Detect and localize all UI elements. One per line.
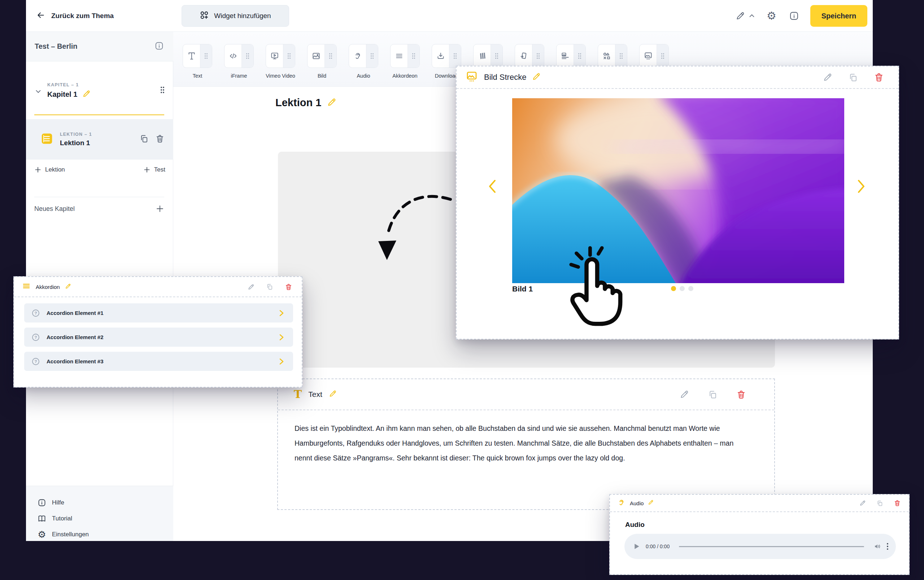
carousel-prev-button[interactable] <box>484 175 501 199</box>
lesson-item[interactable]: LEKTION – 1 Lektion 1 <box>26 119 173 160</box>
flip-card-widget-icon <box>515 44 532 68</box>
drag-handle-icon[interactable] <box>532 44 544 68</box>
audio-panel[interactable]: Audio Audio 0:00 / 0:00 <box>609 494 909 575</box>
widget-button-text[interactable] <box>182 44 212 68</box>
add-widget-button[interactable]: Widget hinzufügen <box>182 5 289 27</box>
duplicate-widget-icon[interactable] <box>876 500 883 507</box>
chapter-drag-handle[interactable] <box>159 86 165 99</box>
drag-handle-icon[interactable] <box>490 44 502 68</box>
widget-button-download[interactable] <box>432 44 461 68</box>
accordion-header: Akkordion <box>14 277 302 297</box>
widget-button-image[interactable] <box>307 44 337 68</box>
carousel-dot-3[interactable] <box>688 286 693 291</box>
tutorial-menu-item[interactable]: Tutorial <box>38 511 173 527</box>
edit-title-pencil-icon[interactable] <box>532 72 541 82</box>
audio-player[interactable]: 0:00 / 0:00 <box>625 534 896 559</box>
back-to-topic-button[interactable]: Zurück zum Thema <box>36 0 114 32</box>
drag-handle-icon[interactable] <box>615 44 627 68</box>
accordion-title: Akkordion <box>36 284 60 290</box>
widget-button-image-carousel[interactable] <box>639 44 669 68</box>
lesson-icon <box>40 132 53 147</box>
widget-button-audio[interactable] <box>349 44 378 68</box>
duplicate-widget-icon[interactable] <box>266 283 273 290</box>
drag-handle-icon[interactable] <box>366 44 378 68</box>
gear-icon: ⚙ <box>767 10 776 21</box>
memory-widget-icon <box>598 44 615 68</box>
delete-widget-icon[interactable] <box>736 390 746 399</box>
duplicate-lesson-icon[interactable] <box>139 134 149 145</box>
settings-menu-item[interactable]: ⚙ Einstellungen <box>38 527 173 542</box>
carousel-dot-1[interactable] <box>671 286 676 291</box>
save-button[interactable]: Speichern <box>810 5 867 27</box>
course-info-icon[interactable] <box>155 41 164 52</box>
widget-button-flip-card[interactable] <box>515 44 544 68</box>
duplicate-widget-icon[interactable] <box>848 72 858 82</box>
new-chapter-button[interactable]: Neues Kapitel <box>34 204 164 213</box>
edit-widget-icon[interactable] <box>248 283 255 290</box>
widget-label: Vimeo Video <box>266 73 295 79</box>
chevron-down-icon[interactable] <box>34 87 42 99</box>
toolbar-item-card-stack <box>473 44 503 68</box>
carousel-dot-2[interactable] <box>680 286 685 291</box>
drag-handle-icon[interactable] <box>449 44 461 68</box>
drag-handle-icon[interactable] <box>324 44 336 68</box>
accordion-element-label: Accordion Element #3 <box>46 358 272 364</box>
drag-handle-icon[interactable] <box>656 44 668 68</box>
accordion-element-1[interactable]: ? Accordion Element #1 <box>24 303 293 323</box>
accordion-element-2[interactable]: ? Accordion Element #2 <box>24 328 293 347</box>
carousel-next-button[interactable] <box>853 175 870 199</box>
info-button[interactable] <box>789 0 799 32</box>
text-widget-body[interactable]: Dies ist ein Typoblindtext. An ihm kann … <box>278 410 774 466</box>
widget-button-iframe[interactable] <box>224 44 254 68</box>
edit-title-pencil-icon[interactable] <box>65 283 71 291</box>
chevron-right-icon <box>279 309 284 318</box>
kebab-menu-icon[interactable] <box>886 542 889 550</box>
edit-widget-icon[interactable] <box>680 390 689 399</box>
drag-handle-icon[interactable] <box>242 44 253 68</box>
accordion-panel[interactable]: Akkordion ? Accordion Element #1 ? Accor… <box>13 276 303 387</box>
edit-mode-button[interactable] <box>736 0 756 32</box>
widget-button-image-text[interactable] <box>556 44 586 68</box>
edit-widget-icon[interactable] <box>859 500 866 506</box>
add-test-label: Test <box>154 166 165 173</box>
accordion-element-3[interactable]: ? Accordion Element #3 <box>24 352 293 371</box>
edit-title-pencil-icon[interactable] <box>329 390 337 399</box>
drag-handle-icon[interactable] <box>283 44 295 68</box>
drag-handle-icon[interactable] <box>408 44 419 68</box>
widget-button-vimeo[interactable] <box>266 44 295 68</box>
delete-lesson-icon[interactable] <box>155 134 164 145</box>
widget-button-accordion[interactable] <box>390 44 420 68</box>
play-icon[interactable] <box>634 543 640 550</box>
chapter-item[interactable]: KAPITEL – 1 Kapitel 1 <box>34 82 165 99</box>
duplicate-widget-icon[interactable] <box>708 390 718 399</box>
add-widget-label: Widget hinzufügen <box>214 12 271 20</box>
audio-widget-icon <box>617 498 625 508</box>
accordion-widget-icon <box>22 282 31 292</box>
drag-handle-icon[interactable] <box>574 44 585 68</box>
delete-widget-icon[interactable] <box>285 283 293 291</box>
edit-lesson-title-pencil-icon[interactable] <box>327 97 336 108</box>
edit-widget-icon[interactable] <box>823 72 832 82</box>
delete-widget-icon[interactable] <box>894 499 901 507</box>
widget-button-card-stack[interactable] <box>473 44 503 68</box>
vimeo-widget-icon <box>266 44 283 68</box>
text-widget[interactable]: T Text Dies ist ein Typoblindtext. An ih… <box>277 379 775 510</box>
settings-button[interactable]: ⚙ <box>767 0 776 32</box>
audio-body-label: Audio <box>625 521 644 529</box>
audio-header: Audio <box>610 495 909 512</box>
toolbar-item-accordion: Akkordeon <box>390 44 420 68</box>
volume-icon[interactable] <box>873 542 881 550</box>
help-menu-item[interactable]: Hilfe <box>38 495 173 511</box>
plus-icon <box>143 166 151 173</box>
add-lesson-button[interactable]: Lektion <box>34 166 65 173</box>
add-test-button[interactable]: Test <box>143 166 165 173</box>
edit-chapter-pencil-icon[interactable] <box>82 89 90 99</box>
widget-button-memory[interactable] <box>598 44 627 68</box>
audio-progress-track[interactable] <box>679 546 864 547</box>
add-row: Lektion Test <box>34 166 165 173</box>
drag-handle-icon[interactable] <box>200 44 212 68</box>
image-carousel-panel[interactable]: Bild Strecke <box>456 66 899 339</box>
edit-title-pencil-icon[interactable] <box>648 499 654 507</box>
delete-widget-icon[interactable] <box>874 72 884 82</box>
chapter-kicker: KAPITEL – 1 <box>47 82 155 87</box>
